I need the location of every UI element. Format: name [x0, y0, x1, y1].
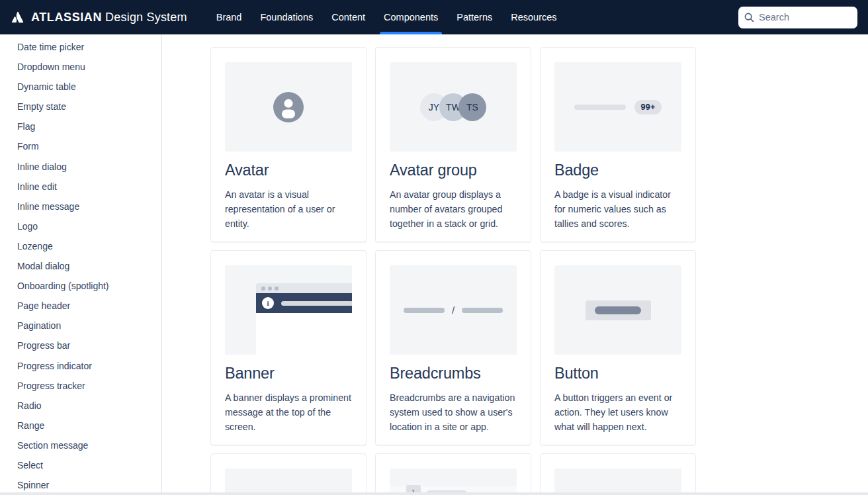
sidebar-item-inline-dialog[interactable]: Inline dialog: [0, 157, 161, 177]
nav-item-content[interactable]: Content: [322, 0, 374, 34]
avatar-preview: [225, 62, 352, 152]
card-title: Badge: [554, 161, 681, 179]
sidebar-item-dropdown-menu[interactable]: Dropdown menu: [0, 57, 161, 77]
primary-nav: Brand Foundations Content Components Pat…: [207, 0, 566, 34]
nav-label: Brand: [216, 12, 242, 22]
card-description: A banner displays a prominent message at…: [225, 390, 352, 434]
window-dot: [268, 287, 272, 291]
card-description: A button triggers an event or action. Th…: [554, 390, 681, 434]
card-avatar[interactable]: Avatar An avatar is a visual representat…: [210, 47, 367, 242]
button-shape: [586, 300, 651, 320]
card-title: Breadcrumbs: [390, 365, 517, 382]
badge-pill: 99+: [634, 100, 661, 114]
avatar-group-preview: JY TW TS: [390, 62, 517, 152]
wordmark-design-system: Design System: [105, 11, 187, 24]
card-description: An avatar is a visual representation of …: [225, 187, 352, 231]
avatar-ts: TS: [458, 93, 486, 121]
sidebar-item-lozenge[interactable]: Lozenge: [0, 236, 161, 256]
window-dot: [275, 287, 279, 291]
top-navigation-bar: ATLASSIANDesign System Brand Foundations…: [0, 0, 868, 34]
sidebar-item-select[interactable]: Select: [0, 455, 161, 475]
card-partial-right[interactable]: [540, 453, 696, 495]
card-description: An avatar group displays a number of ava…: [390, 187, 517, 231]
sidebar-item-logo[interactable]: Logo: [0, 216, 161, 236]
page-body-placeholder: [256, 313, 352, 355]
card-partial-left[interactable]: [210, 453, 367, 495]
button-preview: [554, 265, 681, 355]
button-label-placeholder: [595, 306, 641, 314]
nav-item-components[interactable]: Components: [374, 0, 447, 34]
breadcrumb-separator: /: [452, 304, 455, 316]
sidebar-item-progress-bar[interactable]: Progress bar: [0, 336, 161, 355]
sidebar-item-progress-indicator[interactable]: Progress indicator: [0, 356, 161, 376]
badge-preview: 99+: [554, 62, 681, 152]
card-banner[interactable]: i Banner A banner displays a prominent m…: [210, 250, 367, 445]
window-dot: [261, 287, 265, 291]
banner-bar: i: [256, 293, 352, 313]
sidebar-item-pagination[interactable]: Pagination: [0, 316, 161, 336]
breadcrumb-placeholder-bar: [404, 308, 445, 313]
sidebar-item-page-header[interactable]: Page header: [0, 296, 161, 316]
sidebar-item-progress-tracker[interactable]: Progress tracker: [0, 376, 161, 396]
site-wordmark: ATLASSIANDesign System: [31, 11, 187, 24]
component-sidebar: Date time picker Dropdown menu Dynamic t…: [0, 34, 162, 495]
card-badge[interactable]: 99+ Badge A badge is a visual indicator …: [540, 47, 696, 242]
plain-preview: [554, 469, 681, 495]
nav-label: Foundations: [260, 12, 313, 22]
wordmark-atlassian: ATLASSIAN: [31, 11, 102, 24]
sidebar-item-empty-state[interactable]: Empty state: [0, 97, 161, 116]
active-tab-underline: [380, 32, 442, 34]
sidebar-item-radio[interactable]: Radio: [0, 396, 161, 416]
card-breadcrumbs[interactable]: / Breadcrumbs Breadcrumbs are a navigati…: [375, 250, 531, 445]
breadcrumbs-preview: /: [390, 265, 517, 355]
search-input[interactable]: [759, 12, 851, 22]
nav-label: Content: [331, 12, 365, 22]
sidebar-item-date-time-picker[interactable]: Date time picker: [0, 37, 161, 57]
atlassian-design-system-page: ATLASSIANDesign System Brand Foundations…: [0, 0, 868, 495]
card-avatar-group[interactable]: JY TW TS Avatar group An avatar group di…: [375, 47, 531, 242]
placeholder-bar: [574, 105, 626, 110]
sidebar-item-inline-edit[interactable]: Inline edit: [0, 177, 161, 197]
card-title: Button: [554, 365, 681, 382]
component-card-grid: Avatar An avatar is a visual representat…: [210, 47, 868, 495]
sidebar-item-range[interactable]: Range: [0, 416, 161, 435]
nav-item-resources[interactable]: Resources: [501, 0, 566, 34]
sidebar-item-dynamic-table[interactable]: Dynamic table: [0, 77, 161, 97]
plain-preview: [225, 469, 352, 495]
nav-label: Resources: [511, 12, 556, 22]
card-description: A badge is a visual indicator for numeri…: [554, 187, 681, 231]
nav-item-patterns[interactable]: Patterns: [447, 0, 501, 34]
card-title: Banner: [225, 365, 352, 382]
nav-item-brand[interactable]: Brand: [207, 0, 251, 34]
person-avatar-icon: [273, 92, 304, 122]
card-partial-middle[interactable]: 1: [375, 453, 531, 495]
card-description: Breadcrumbs are a navigation system used…: [390, 390, 517, 434]
search-box[interactable]: [738, 7, 857, 28]
banner-preview: i: [225, 265, 352, 355]
main-content: Avatar An avatar is a visual representat…: [162, 34, 868, 495]
banner-text-placeholder: [281, 301, 352, 306]
info-icon: i: [262, 297, 274, 309]
sidebar-item-onboarding-spotlight[interactable]: Onboarding (spotlight): [0, 276, 161, 296]
card-title: Avatar: [225, 161, 352, 179]
sidebar-item-form[interactable]: Form: [0, 136, 161, 156]
component-list: Date time picker Dropdown menu Dynamic t…: [0, 37, 161, 495]
browser-window-mockup: i: [256, 283, 352, 355]
search-icon: [744, 13, 754, 22]
nav-label: Components: [384, 12, 438, 22]
card-button[interactable]: Button A button triggers an event or act…: [540, 250, 696, 445]
breadcrumb-placeholder-bar: [462, 308, 503, 313]
atlassian-home-link[interactable]: ATLASSIANDesign System: [11, 10, 187, 24]
sidebar-item-flag[interactable]: Flag: [0, 116, 161, 136]
horizontal-scrollbar-track[interactable]: [0, 492, 868, 495]
sidebar-item-inline-message[interactable]: Inline message: [0, 197, 161, 216]
card-title: Avatar group: [390, 161, 517, 179]
atlassian-logo-icon: [11, 10, 25, 24]
browser-chrome: [256, 283, 352, 293]
calendar-preview: 1: [390, 469, 517, 495]
sidebar-item-section-message[interactable]: Section message: [0, 435, 161, 455]
avatar-stack: JY TW TS: [420, 93, 486, 121]
sidebar-item-modal-dialog[interactable]: Modal dialog: [0, 256, 161, 276]
nav-label: Patterns: [456, 12, 492, 22]
nav-item-foundations[interactable]: Foundations: [251, 0, 322, 34]
